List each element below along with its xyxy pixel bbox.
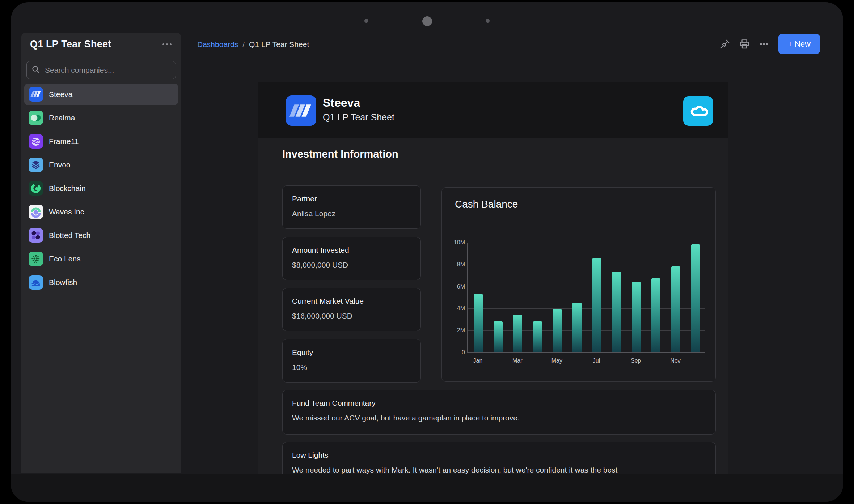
search-icon [31,65,41,76]
print-button[interactable] [736,36,752,52]
chart-bar-mar [513,315,522,352]
sheet-company-name: Steeva [323,96,360,110]
x-axis-tick: Nov [670,358,680,364]
chart-bar-jan [474,294,483,352]
company-search[interactable] [26,61,176,79]
new-button[interactable]: + New [778,34,820,54]
sidebar-more-button[interactable] [160,41,174,47]
more-button[interactable] [756,36,772,52]
section-title: Investment Information [282,148,398,160]
sidebar-item-waves-inc[interactable]: Waves Inc [24,201,178,223]
company-list: Steeva Realma Frame11 Envoo Blockchain W… [21,84,181,293]
main-content: Steeva Q1 LP Tear Sheet Investment Infor… [181,56,843,474]
company-label: Waves Inc [49,208,84,216]
x-axis-tick: Jan [473,358,483,364]
realma-circles-icon [29,111,43,125]
sidebar-item-frame11[interactable]: Frame11 [24,131,178,152]
chart-gridline [468,265,705,265]
breadcrumb-separator: / [242,40,245,49]
steeva-logo-icon [286,95,316,126]
sidebar-item-realma[interactable]: Realma [24,107,178,129]
window-dot [422,16,432,26]
envoo-layers-icon [29,158,43,172]
x-axis-tick: Mar [512,358,523,364]
blockchain-ring-icon [29,181,43,196]
ecolens-dots-icon [29,252,43,266]
sidebar-title: Q1 LP Tear Sheet [30,39,111,50]
info-card-equity: Equity10% [282,339,421,383]
screen: Q1 LP Tear Sheet Steeva Realma Frame11 E… [0,0,854,504]
tear-sheet-header: Steeva Q1 LP Tear Sheet [258,82,728,138]
chart-bar-may [553,309,562,352]
chart-bar-nov [671,266,680,352]
chart-bar-feb [494,321,503,352]
waves-rings-icon [29,205,43,219]
sheet-subtitle: Q1 LP Tear Sheet [323,112,394,123]
chart-bar-aug [612,272,621,352]
field-value: Anlisa Lopez [292,209,411,218]
field-value: 10% [292,363,411,372]
lowlights-card: Low Lights We needed to part ways with M… [282,442,716,474]
field-label: Equity [292,348,411,357]
y-axis-tick: 8M [445,261,465,268]
lowlights-text: We needed to part ways with Mark. It was… [292,466,706,474]
sidebar-item-steeva[interactable]: Steeva [24,84,178,105]
lowlights-label: Low Lights [292,451,706,460]
y-axis-tick: 4M [445,305,465,312]
chart-bar-dec [691,244,700,352]
chart-title: Cash Balance [455,198,518,210]
field-value: $16,000,000 USD [292,312,411,320]
y-axis-tick: 2M [445,327,465,334]
company-label: Blockchain [49,184,86,193]
info-card-partner: PartnerAnlisa Lopez [282,185,421,229]
sidebar: Q1 LP Tear Sheet Steeva Realma Frame11 E… [21,33,181,473]
company-label: Steeva [49,90,72,99]
chart-bar-oct [651,278,660,352]
window-dot [486,19,490,23]
commentary-card: Fund Team Commentary We missed our ACV g… [282,390,716,435]
window-dot [364,19,368,23]
search-input[interactable] [44,65,171,75]
tear-sheet-panel: Steeva Q1 LP Tear Sheet Investment Infor… [258,82,728,474]
company-label: Realma [49,114,75,122]
sidebar-item-eco-lens[interactable]: Eco Lens [24,248,178,270]
chart-bar-jun [572,303,582,352]
y-axis-tick: 10M [445,239,465,246]
breadcrumb-dashboards-link[interactable]: Dashboards [197,40,238,49]
company-label: Blotted Tech [49,231,90,240]
commentary-label: Fund Team Commentary [292,399,706,407]
window-footer-band [11,474,843,502]
sidebar-item-blockchain[interactable]: Blockchain [24,178,178,199]
y-axis-tick: 6M [445,283,465,290]
commentary-text: We missed our ACV goal, but have a gamep… [292,414,706,422]
header-actions: + New [717,34,820,54]
breadcrumb-current: Q1 LP Tear Sheet [249,40,309,49]
company-label: Eco Lens [49,255,81,263]
chart-bar-apr [533,321,542,352]
blotted-blobs-icon [29,228,43,243]
field-label: Partner [292,195,411,203]
company-label: Frame11 [49,137,79,146]
steeva-stripes-icon [29,87,43,102]
pin-button[interactable] [717,36,733,52]
chart-bar-sep [632,282,641,352]
info-card-current-market-value: Current Market Value$16,000,000 USD [282,288,421,331]
chart-gridline [468,243,705,243]
sidebar-item-envoo[interactable]: Envoo [24,154,178,176]
sidebar-header: Q1 LP Tear Sheet [21,33,181,56]
app-window: Q1 LP Tear Sheet Steeva Realma Frame11 E… [11,2,843,502]
chart-gridline [468,308,705,309]
blowfish-sun-icon [29,275,43,290]
cloud-icon [683,96,713,126]
frame11-waves-icon [29,134,43,149]
sidebar-item-blowfish[interactable]: Blowfish [24,272,178,293]
company-label: Envoo [49,161,71,169]
chart-gridline [468,330,705,331]
breadcrumb: Dashboards / Q1 LP Tear Sheet [197,33,309,56]
field-value: $8,000,000 USD [292,261,411,269]
field-label: Amount Invested [292,246,411,255]
chart-gridline [468,287,705,287]
sidebar-item-blotted-tech[interactable]: Blotted Tech [24,225,178,246]
x-axis-tick: Jul [593,358,600,364]
cash-balance-chart: Cash Balance 10M8M6M4M2M0 JanMarMayJulSe… [441,187,716,382]
